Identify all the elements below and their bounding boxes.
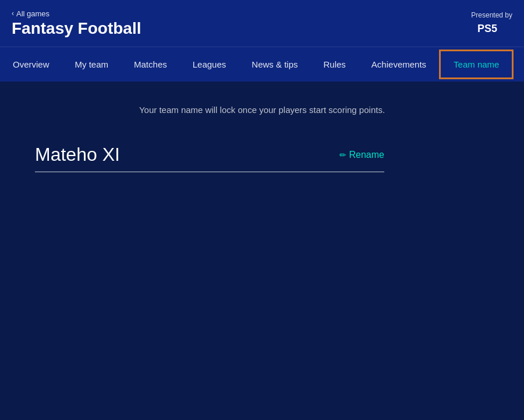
app-title: Fantasy Football [12, 19, 141, 38]
pencil-icon: ✏ [339, 150, 346, 160]
header-left: ‹ All games Fantasy Football [12, 9, 141, 38]
team-name-section: Mateho XI ✏ Rename [35, 144, 384, 172]
nav-item-achievements[interactable]: Achievements [359, 47, 439, 82]
nav-item-news-tips[interactable]: News & tips [239, 47, 310, 82]
main-nav: Overview My team Matches Leagues News & … [0, 47, 524, 82]
rename-label: Rename [349, 150, 384, 160]
rename-button[interactable]: ✏ Rename [339, 150, 384, 160]
back-chevron-icon: ‹ [12, 9, 14, 17]
nav-item-my-team[interactable]: My team [62, 47, 122, 82]
nav-item-leagues[interactable]: Leagues [180, 47, 239, 82]
ps5-logo: PS5 [477, 22, 512, 36]
lock-notice: Your team name will lock once your playe… [35, 105, 489, 115]
header-right: Presented by PS5 [471, 11, 512, 36]
nav-item-matches[interactable]: Matches [121, 47, 180, 82]
team-name-display: Mateho XI [35, 144, 120, 165]
main-content: Your team name will lock once your playe… [0, 82, 524, 420]
app-header: ‹ All games Fantasy Football Presented b… [0, 0, 524, 47]
nav-item-team-name[interactable]: Team name [439, 50, 514, 79]
presented-by-label: Presented by [471, 11, 512, 19]
back-label: All games [16, 9, 49, 18]
nav-item-overview[interactable]: Overview [0, 47, 62, 82]
back-link[interactable]: ‹ All games [12, 9, 141, 18]
svg-text:PS5: PS5 [477, 23, 497, 34]
nav-item-rules[interactable]: Rules [311, 47, 359, 82]
